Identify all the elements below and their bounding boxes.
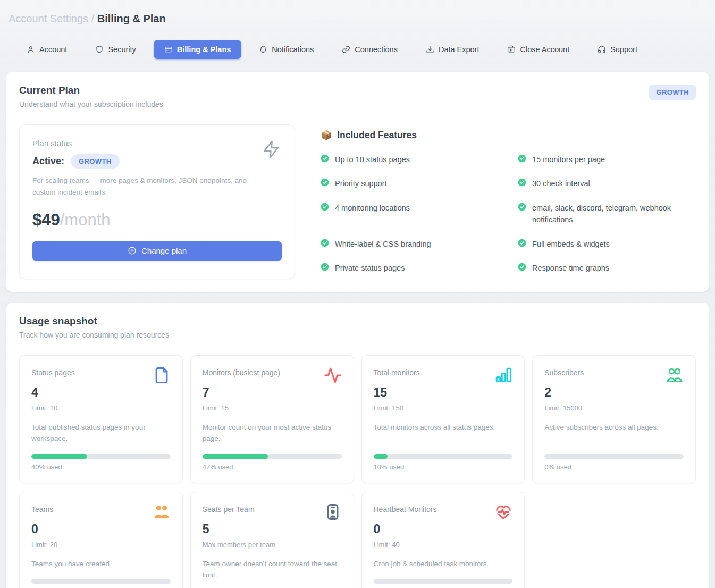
usage-card-limit: Limit: 20 <box>31 541 171 549</box>
feature-label: 4 monitoring locations <box>335 202 410 226</box>
package-icon: 📦 <box>321 130 332 141</box>
feature-label: Full embeds & widgets <box>532 238 610 250</box>
feature-item: 4 monitoring locations <box>321 202 499 226</box>
check-icon <box>321 263 329 274</box>
usage-card-value: 0 <box>374 522 513 536</box>
user-icon <box>27 45 35 54</box>
usage-card-total-monitors: Total monitors 15 Limit: 150 Total monit… <box>361 355 525 483</box>
percent-used-label: 40% used <box>31 463 171 471</box>
tab-label: Security <box>108 45 136 54</box>
settings-tab-bar: Account Security Billing & Plans Notific… <box>16 40 699 59</box>
plan-price: $49/month <box>32 211 282 230</box>
usage-card-limit: Limit: 15 <box>203 404 342 412</box>
check-icon <box>518 239 526 250</box>
change-plan-label: Change plan <box>141 246 187 255</box>
credit-card-icon <box>164 45 173 54</box>
feature-label: White-label & CSS branding <box>335 238 431 250</box>
feature-label: 15 monitors per page <box>532 154 605 165</box>
usage-card-heartbeat-monitors: Heartbeat Monitors 0 Limit: 40 Cron job … <box>361 492 525 588</box>
feature-item: 15 monitors per page <box>518 154 696 165</box>
usage-card-title: Seats per Team <box>203 503 255 514</box>
users-icon <box>666 366 684 384</box>
plan-status-card: Plan status Active: GROWTH For scaling t… <box>19 124 295 279</box>
usage-card-value: 7 <box>203 385 342 400</box>
check-icon <box>518 263 526 274</box>
team-icon <box>153 503 171 521</box>
usage-card-description: Teams you have created. <box>31 558 171 570</box>
current-plan-title: Current Plan <box>19 85 163 96</box>
usage-card-value: 5 <box>203 522 342 536</box>
progress-bar <box>374 579 513 584</box>
features-title: Included Features <box>337 130 417 141</box>
check-icon <box>321 239 329 250</box>
activity-icon <box>324 366 342 384</box>
feature-label: Private status pages <box>335 262 405 274</box>
bell-icon <box>259 45 267 54</box>
usage-card-description: Total published status pages in your wor… <box>31 422 171 444</box>
progress-bar <box>203 454 342 459</box>
features-grid: Up to 10 status pages 15 monitors per pa… <box>321 154 696 274</box>
tab-label: Billing & Plans <box>177 45 231 54</box>
tab-label: Support <box>610 45 637 54</box>
feature-item: Up to 10 status pages <box>321 154 499 165</box>
feature-item: Private status pages <box>321 262 499 274</box>
price-amount: $49 <box>32 211 60 229</box>
check-icon <box>518 178 526 189</box>
feature-label: Response time graphs <box>532 262 609 274</box>
current-plan-panel: Current Plan Understand what your subscr… <box>6 72 709 292</box>
included-features: 📦 Included Features Up to 10 status page… <box>321 124 696 279</box>
progress-bar <box>31 454 171 459</box>
tab-label: Account <box>39 45 67 54</box>
percent-used-label: 0% used <box>544 463 684 471</box>
progress-bar <box>544 454 684 459</box>
usage-card-seats-per-team: Seats per Team 5 Max members per team Te… <box>190 492 354 588</box>
usage-card-value: 15 <box>374 385 513 400</box>
page-title: Billing & Plan <box>97 13 166 24</box>
feature-item: White-label & CSS branding <box>321 238 499 250</box>
id-badge-icon <box>324 503 342 521</box>
usage-card-value: 2 <box>544 385 684 400</box>
tab-label: Connections <box>355 45 398 54</box>
plan-description: For scaling teams — more pages & monitor… <box>32 175 256 199</box>
tab-close-account[interactable]: Close Account <box>497 40 580 59</box>
usage-card-title: Status pages <box>31 366 75 377</box>
tab-billing-plans[interactable]: Billing & Plans <box>154 40 242 59</box>
feature-item: 30 check interval <box>518 178 696 189</box>
feature-item: Response time graphs <box>518 262 696 274</box>
tab-account[interactable]: Account <box>16 40 78 59</box>
change-plan-button[interactable]: Change plan <box>32 241 282 261</box>
current-plan-subtitle: Understand what your subscription includ… <box>19 100 163 108</box>
tab-support[interactable]: Support <box>587 40 648 59</box>
usage-card-monitors-busiest: Monitors (busiest page) 7 Limit: 15 Moni… <box>190 355 354 483</box>
usage-card-title: Teams <box>31 503 53 514</box>
usage-card-limit: Limit: 10 <box>31 404 171 412</box>
billing-page: Account Settings / Billing & Plan Accoun… <box>0 0 715 588</box>
breadcrumb-section[interactable]: Account Settings <box>9 13 88 24</box>
tab-data-export[interactable]: Data Export <box>415 40 490 59</box>
progress-fill <box>203 454 268 459</box>
feature-label: 30 check interval <box>532 178 590 189</box>
tab-connections[interactable]: Connections <box>331 40 408 59</box>
usage-card-limit: Limit: 150 <box>374 404 513 412</box>
file-icon <box>153 366 171 384</box>
check-icon <box>321 154 329 165</box>
usage-card-status-pages: Status pages 4 Limit: 10 Total published… <box>19 355 183 483</box>
tab-label: Notifications <box>272 45 314 54</box>
tab-notifications[interactable]: Notifications <box>248 40 324 59</box>
progress-bar <box>31 579 171 584</box>
usage-grid: Status pages 4 Limit: 10 Total published… <box>19 355 696 588</box>
usage-card-subscribers: Subscribers 2 Limit: 15000 Active subscr… <box>532 355 696 483</box>
feature-label: Priority support <box>335 178 387 189</box>
usage-snapshot-panel: Usage snapshot Track how you are consumi… <box>6 303 709 588</box>
breadcrumb: Account Settings / Billing & Plan <box>6 0 709 35</box>
zap-icon <box>262 139 281 162</box>
feature-label: email, slack, discord, telegram, webhook… <box>532 202 696 226</box>
shield-icon <box>95 45 104 54</box>
usage-card-description: Team owner doesn't count toward the seat… <box>203 558 342 581</box>
check-icon <box>518 154 526 165</box>
tab-security[interactable]: Security <box>85 40 146 59</box>
usage-card-limit: Limit: 15000 <box>544 404 684 412</box>
tab-label: Close Account <box>520 45 569 54</box>
check-icon <box>321 203 329 226</box>
usage-card-title: Heartbeat Monitors <box>374 503 437 514</box>
